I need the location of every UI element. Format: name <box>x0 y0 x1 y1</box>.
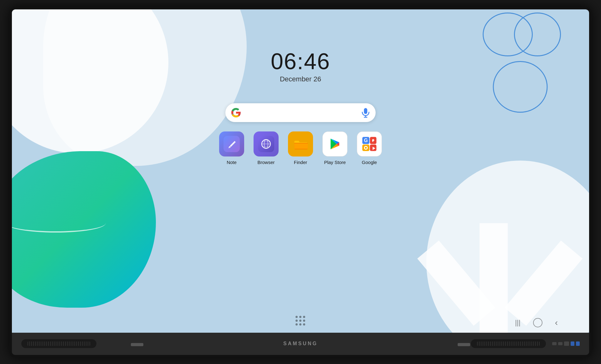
svg-text:G: G <box>364 137 368 143</box>
app-google-label: Google <box>362 160 377 165</box>
home-button[interactable] <box>533 318 542 327</box>
dot <box>295 323 298 326</box>
dot <box>299 320 301 322</box>
clock-date: December 26 <box>271 75 330 83</box>
clock-time: 06:46 <box>271 50 330 73</box>
app-note[interactable]: Note <box>219 131 244 165</box>
input-connector-right <box>458 343 470 346</box>
nav-bottom-right: ||| ‹ <box>515 318 558 328</box>
teal-line <box>12 214 106 233</box>
app-playstore[interactable]: Play Store <box>322 131 347 165</box>
recent-apps-button[interactable]: ||| <box>515 319 521 327</box>
app-browser-label: Browser <box>257 160 275 165</box>
search-bar[interactable] <box>225 103 376 122</box>
dot <box>295 320 298 322</box>
app-finder-icon <box>288 131 313 156</box>
app-finder-label: Finder <box>294 160 307 165</box>
dot <box>303 323 305 326</box>
playstore-svg <box>327 136 343 152</box>
app-google-icon: G <box>357 131 382 156</box>
usb-port-1 <box>571 341 574 346</box>
arrow-shape <box>439 208 564 333</box>
dot <box>299 323 301 326</box>
app-browser-icon <box>254 131 279 156</box>
circle-top-right <box>514 13 561 56</box>
app-note-icon <box>219 131 244 156</box>
google-grid-svg: G <box>361 136 378 152</box>
app-note-label: Note <box>227 160 237 165</box>
speaker-grill-right <box>477 341 540 346</box>
usb-port-2 <box>576 341 580 346</box>
note-svg <box>223 136 240 152</box>
app-finder[interactable]: Finder <box>288 131 313 165</box>
blob-white-top2 <box>43 9 247 166</box>
blob-teal <box>12 151 156 308</box>
app-google[interactable]: G Google <box>357 131 382 165</box>
tv-bezel-bottom: SAMSUNG <box>12 333 589 355</box>
dot <box>303 316 305 318</box>
speaker-right <box>471 339 546 348</box>
port-3 <box>564 341 569 346</box>
svg-point-20 <box>365 147 367 149</box>
apps-container: Note <box>219 131 382 165</box>
port-2 <box>558 342 562 345</box>
arrow-stem <box>480 223 508 333</box>
browser-svg <box>258 136 274 152</box>
dot <box>295 316 298 318</box>
folder-svg <box>291 136 310 152</box>
svg-rect-9 <box>294 143 308 149</box>
dot <box>303 320 305 322</box>
apps-dot-grid[interactable] <box>295 316 306 326</box>
circle-bottom <box>493 61 548 113</box>
search-input[interactable] <box>245 103 361 122</box>
back-button[interactable]: ‹ <box>555 318 558 328</box>
port-1 <box>552 342 557 345</box>
mic-icon <box>361 108 371 118</box>
tv-display: 06:46 December 26 <box>9 7 592 357</box>
input-connector-left <box>131 343 143 346</box>
app-playstore-label: Play Store <box>324 160 346 165</box>
screen: 06:46 December 26 <box>12 9 589 333</box>
google-logo <box>230 107 242 118</box>
dot <box>299 316 301 318</box>
svg-point-17 <box>372 139 374 141</box>
tv-brand-logo: SAMSUNG <box>283 341 318 346</box>
clock-container: 06:46 December 26 <box>271 50 330 83</box>
app-playstore-icon <box>322 131 347 156</box>
circles-decoration <box>476 13 564 113</box>
speaker-left <box>21 339 96 348</box>
app-browser[interactable]: Browser <box>254 131 279 165</box>
speaker-grill-left <box>28 341 90 346</box>
